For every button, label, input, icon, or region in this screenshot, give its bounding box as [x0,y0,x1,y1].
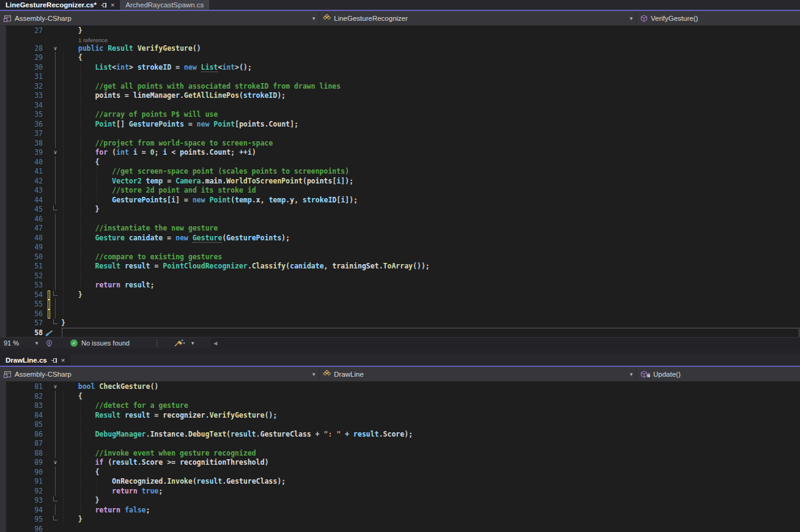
code-line[interactable]: 50 //compare to existing gestures [0,253,800,262]
close-icon[interactable]: × [111,2,114,8]
zoom-control[interactable]: 91 % ▾ [0,339,42,347]
line-number: 81 [7,382,43,392]
outline-scope-line [55,504,56,515]
code-line[interactable]: 92 return true; [0,487,800,497]
intellicode-icon[interactable] [45,339,53,347]
codelens-references[interactable]: 1 reference [78,36,108,44]
code-text: return false; [61,506,150,515]
code-line[interactable]: 84 Result result = recognizer.VerifyGest… [0,411,800,421]
unsaved-change-marker [48,290,50,300]
code-line[interactable]: 35 //array of points P$ will use [0,110,800,120]
code-line[interactable]: 83 //detect for a gesture [0,401,800,411]
code-line[interactable]: 56 [0,309,800,319]
code-line[interactable]: 96 [0,525,800,532]
tab-bar-empty [70,355,800,366]
code-line[interactable]: 51 Result result = PointCloudRecognizer.… [0,262,800,272]
code-line[interactable]: 57} [0,319,800,328]
code-line[interactable]: 36 Point[] GesturePoints = new Point[poi… [0,120,800,130]
code-line[interactable]: 52 [0,272,800,281]
horizontal-scrollbar[interactable]: ◀ [211,338,800,349]
code-line[interactable]: 49 [0,243,800,253]
pane-splitter[interactable] [0,349,800,355]
code-line[interactable]: 45 } [0,205,800,215]
code-text: //instantiate the new gesture [61,224,218,234]
line-number: 88 [7,449,43,459]
method-icon [640,15,648,22]
code-line[interactable]: 89 if (result.Score >= recognitionThresh… [0,458,800,468]
code-line[interactable]: 37 [0,129,800,139]
line-number: 47 [7,224,43,234]
member-dropdown[interactable]: VerifyGesture() [637,11,800,25]
close-icon[interactable]: × [61,357,65,363]
code-cleanup-button[interactable]: ▾ [174,339,198,348]
code-line[interactable]: 95 } [0,515,800,525]
code-line[interactable]: 82 { [0,392,800,402]
code-line[interactable]: 29 { [0,53,800,63]
code-line[interactable]: 33 points = lineManager.GetAllLinePos(st… [0,91,800,101]
project-dropdown[interactable]: Assembly-CSharp ▾ [0,11,319,25]
line-number: 42 [7,177,43,187]
code-line[interactable]: 88 //invoke event when gesture recognize… [0,449,800,459]
code-line[interactable]: 87 [0,439,800,449]
type-dropdown[interactable]: DrawLine ▾ [319,367,637,381]
quick-actions-screwdriver-icon[interactable] [44,329,54,338]
code-line[interactable]: 28 public Result VerifyGesture() [0,44,800,54]
project-dropdown[interactable]: Assembly-CSharp ▾ [0,367,319,381]
code-line[interactable]: 40 { [0,158,800,168]
scroll-left-icon[interactable]: ◀ [211,341,217,346]
code-line[interactable]: 34 [0,101,800,111]
code-line[interactable]: 27 } [0,26,800,36]
tab-bar-empty [209,0,800,10]
code-line[interactable]: 44 GesturePoints[i] = new Point(temp.x, … [0,196,800,205]
outline-scope-line [55,391,56,459]
code-text: //invoke event when gesture recognized [61,449,256,459]
issues-indicator[interactable]: ✓ No issues found [70,339,130,347]
outline-scope-end [53,205,57,210]
code-line[interactable]: 48 Gesture canidate = new Gesture(Gestur… [0,234,800,243]
code-line[interactable]: 85 [0,420,800,430]
code-line[interactable]: 90 { [0,468,800,478]
code-line[interactable]: 94 return false; [0,506,800,515]
line-number: 55 [7,300,43,309]
statusbar-separator [157,339,157,347]
code-line[interactable]: 86 DebugManager.Instance.DebugText(resul… [0,430,800,440]
code-line[interactable]: 47 //instantiate the new gesture [0,224,800,234]
line-number: 84 [7,411,43,421]
code-line[interactable]: 55 [0,300,800,309]
code-line[interactable]: 43 //store 2d point and its stroke id [0,186,800,196]
indent-guide [97,477,97,496]
code-editor-top[interactable]: 27 }1 reference28 public Result VerifyGe… [0,26,800,337]
code-line[interactable]: 38 //project from world-space to screen-… [0,139,800,149]
dropdown-caret-icon[interactable]: ▾ [626,371,636,377]
line-number: 38 [7,139,43,149]
outline-scope-line [55,298,56,319]
code-line[interactable]: 91 OnRecognized.Invoke(result.GestureCla… [0,477,800,487]
type-dropdown[interactable]: LineGestureRecognizer ▾ [319,11,637,25]
pin-icon[interactable] [100,2,107,9]
code-text: return result; [61,281,154,290]
code-line[interactable]: 93 } [0,496,800,506]
code-line[interactable]: 41 //get screen-space point (scales poin… [0,167,800,177]
code-line[interactable]: 30 List<int> strokeID = new List<int>(); [0,63,800,73]
issues-text: No issues found [81,339,130,347]
code-line[interactable]: 31 [0,72,800,82]
code-line[interactable]: 54 } [0,290,800,300]
line-number: 33 [7,91,43,101]
dropdown-caret-icon[interactable]: ▾ [626,15,636,21]
member-dropdown[interactable]: Update() [637,367,800,381]
code-line[interactable]: 46 [0,215,800,224]
tab-archedraycastspawn-cs[interactable]: ArchedRaycastSpawn.cs [120,0,209,10]
code-line[interactable]: 42 Vector2 temp = Camera.main.WorldToScr… [0,177,800,187]
code-line[interactable]: 39 for (int i = 0; i < points.Count; ++i… [0,148,800,158]
code-line[interactable]: 81 bool CheckGesture() [0,382,800,392]
member-name: VerifyGesture() [651,15,800,22]
unsaved-change-marker [48,300,50,309]
code-line[interactable]: 32 //get all points with associated stro… [0,82,800,92]
code-editor-bottom[interactable]: 81 bool CheckGesture()82 {83 //detect fo… [0,382,800,532]
tab-linegesturerecognizer-cs-[interactable]: LineGestureRecognizer.cs*× [0,0,120,10]
pin-icon[interactable] [51,357,57,364]
tab-drawline-cs[interactable]: DrawLine.cs× [0,355,70,366]
code-line[interactable]: 53 return result; [0,281,800,290]
dropdown-caret-icon[interactable]: ▾ [309,15,319,21]
dropdown-caret-icon[interactable]: ▾ [309,371,319,377]
